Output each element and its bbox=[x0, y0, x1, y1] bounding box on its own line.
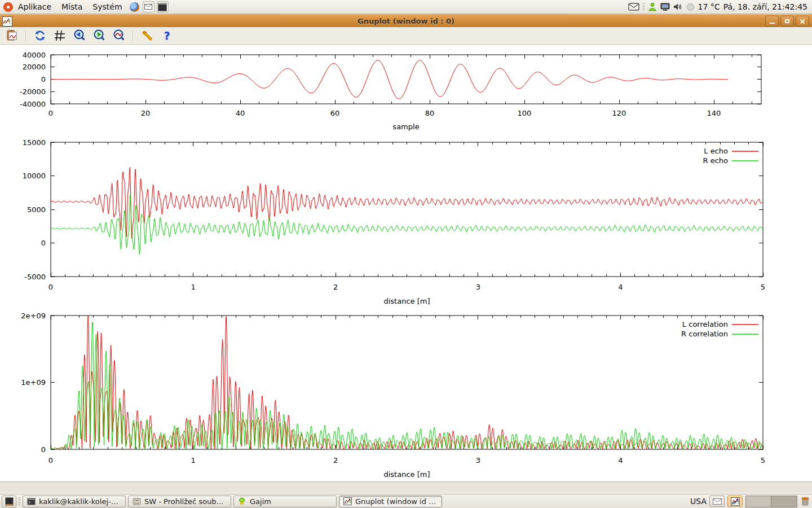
chart-1: 012345-5000050001000015000distance [m]L … bbox=[23, 138, 766, 306]
workspace-2[interactable] bbox=[771, 496, 797, 507]
toolbar-separator bbox=[133, 30, 134, 41]
svg-text:L correlation: L correlation bbox=[682, 320, 728, 329]
gnome-top-panel: Aplikace Místa Systém 17 °C Pá, 18. září… bbox=[0, 0, 812, 14]
svg-text:-40000: -40000 bbox=[20, 100, 46, 108]
svg-text:0: 0 bbox=[48, 109, 53, 117]
svg-text:1e+09: 1e+09 bbox=[21, 378, 46, 387]
gnuplot-tray-icon bbox=[731, 497, 740, 506]
svg-text:4: 4 bbox=[618, 283, 623, 291]
svg-text:140: 140 bbox=[707, 109, 721, 117]
svg-text:15000: 15000 bbox=[23, 138, 46, 147]
maximize-button[interactable] bbox=[780, 16, 794, 27]
svg-text:0: 0 bbox=[41, 75, 46, 84]
trash-applet[interactable] bbox=[800, 496, 810, 506]
svg-text:distance [m]: distance [m] bbox=[383, 470, 430, 479]
svg-text:0: 0 bbox=[48, 283, 53, 291]
zoom-previous-button[interactable] bbox=[73, 29, 86, 42]
maximize-icon bbox=[785, 19, 789, 23]
series-r-correlation bbox=[51, 322, 763, 449]
terminal-icon bbox=[27, 497, 36, 505]
svg-text:distance [m]: distance [m] bbox=[383, 297, 430, 305]
copy-plot-button[interactable] bbox=[6, 29, 18, 42]
svg-text:20000: 20000 bbox=[23, 63, 46, 71]
plots-svg: 020406080100120140-40000-200000200004000… bbox=[0, 45, 812, 481]
mail-launcher[interactable] bbox=[143, 2, 155, 12]
menu-applications[interactable]: Aplikace bbox=[13, 0, 56, 14]
close-button[interactable] bbox=[796, 16, 809, 27]
refresh-button[interactable] bbox=[34, 29, 46, 42]
window-title: Gnuplot (window id : 0) bbox=[0, 17, 812, 25]
svg-text:0: 0 bbox=[41, 445, 46, 454]
gnuplot-tray-button[interactable] bbox=[727, 496, 743, 507]
clock[interactable]: Pá, 18. září, 21:42:45 bbox=[723, 2, 807, 11]
svg-text:-5000: -5000 bbox=[24, 273, 46, 281]
svg-text:1: 1 bbox=[191, 456, 195, 465]
svg-text:120: 120 bbox=[612, 109, 626, 117]
svg-text:2: 2 bbox=[333, 283, 338, 291]
mail-notification-icon[interactable] bbox=[628, 3, 639, 11]
svg-text:4: 4 bbox=[618, 456, 623, 465]
trash-icon bbox=[800, 496, 810, 506]
workspace-switcher[interactable] bbox=[745, 496, 797, 507]
svg-text:80: 80 bbox=[425, 109, 435, 117]
svg-text:-20000: -20000 bbox=[20, 87, 46, 96]
taskbar-item-label: SW - Prohlížeč souborů bbox=[144, 497, 227, 506]
svg-text:2: 2 bbox=[333, 456, 338, 465]
svg-text:L echo: L echo bbox=[704, 147, 728, 155]
display-icon[interactable] bbox=[660, 3, 670, 11]
window-titlebar[interactable]: Gnuplot (window id : 0) bbox=[0, 14, 812, 28]
svg-text:20: 20 bbox=[141, 109, 151, 117]
taskbar-item-label: kaklik@kaklik-kolej-u... bbox=[39, 497, 122, 506]
svg-text:40: 40 bbox=[236, 109, 245, 117]
window-list-drag-handle[interactable] bbox=[19, 497, 20, 505]
ubuntu-menu-icon[interactable] bbox=[3, 2, 13, 12]
panel-status-area: 17 °C Pá, 18. září, 21:42:45 bbox=[628, 2, 812, 11]
taskbar-item-gnuplot[interactable]: Gnuplot (window id : 0) bbox=[339, 496, 442, 507]
gnuplot-plot-canvas[interactable]: 020406080100120140-40000-200000200004000… bbox=[0, 45, 812, 481]
chart-2: 01234501e+092e+09distance [m]L correlati… bbox=[21, 312, 765, 479]
svg-text:2e+09: 2e+09 bbox=[21, 312, 46, 320]
configure-button[interactable] bbox=[141, 29, 153, 42]
taskbar-item-label: Gnuplot (window id : 0) bbox=[355, 497, 438, 506]
svg-text:3: 3 bbox=[476, 283, 480, 291]
user-switcher-icon[interactable] bbox=[648, 2, 657, 11]
svg-text:0: 0 bbox=[41, 239, 46, 247]
mail-tray-icon bbox=[713, 498, 722, 505]
taskbar-tray: USA bbox=[690, 496, 810, 507]
taskbar-item-gajim[interactable]: Gajim bbox=[233, 496, 337, 507]
menu-system[interactable]: Systém bbox=[87, 0, 127, 14]
minimize-icon bbox=[770, 23, 775, 24]
svg-text:5000: 5000 bbox=[27, 205, 46, 214]
menu-places[interactable]: Místa bbox=[56, 0, 87, 14]
workspace-1[interactable] bbox=[746, 496, 771, 507]
firefox-launcher[interactable] bbox=[129, 2, 140, 12]
temperature-readout: 17 °C bbox=[698, 2, 720, 11]
help-button[interactable]: ? bbox=[161, 29, 173, 42]
show-desktop-button[interactable] bbox=[2, 496, 16, 507]
svg-text:sample: sample bbox=[392, 122, 419, 131]
svg-text:40000: 40000 bbox=[23, 51, 46, 59]
svg-text:5: 5 bbox=[761, 283, 765, 291]
grid-button[interactable] bbox=[54, 29, 66, 42]
applet-drag-handle[interactable] bbox=[643, 3, 645, 11]
keyboard-layout-indicator[interactable]: USA bbox=[690, 497, 707, 506]
volume-icon[interactable] bbox=[673, 3, 683, 11]
minimize-button[interactable] bbox=[765, 16, 779, 27]
series-signal bbox=[51, 60, 728, 99]
svg-text:0: 0 bbox=[48, 456, 53, 465]
weather-icon[interactable] bbox=[686, 3, 695, 11]
taskbar-item-terminal[interactable]: kaklik@kaklik-kolej-u... bbox=[23, 496, 126, 507]
firefox-icon bbox=[130, 2, 139, 12]
mail-launcher-icon bbox=[143, 1, 155, 12]
mail-tray-button[interactable] bbox=[709, 496, 725, 507]
zoom-next-button[interactable] bbox=[93, 29, 105, 42]
svg-text:3: 3 bbox=[476, 456, 480, 465]
taskbar-item-file-manager[interactable]: SW - Prohlížeč souborů bbox=[128, 496, 231, 507]
svg-text:10000: 10000 bbox=[23, 172, 46, 180]
gajim-icon bbox=[237, 497, 246, 505]
zoom-reset-button[interactable] bbox=[113, 29, 125, 42]
show-desktop-icon bbox=[5, 497, 14, 506]
window-bottom-strip bbox=[0, 481, 812, 493]
terminal-launcher[interactable] bbox=[157, 2, 169, 12]
series-l-correlation bbox=[51, 316, 763, 449]
